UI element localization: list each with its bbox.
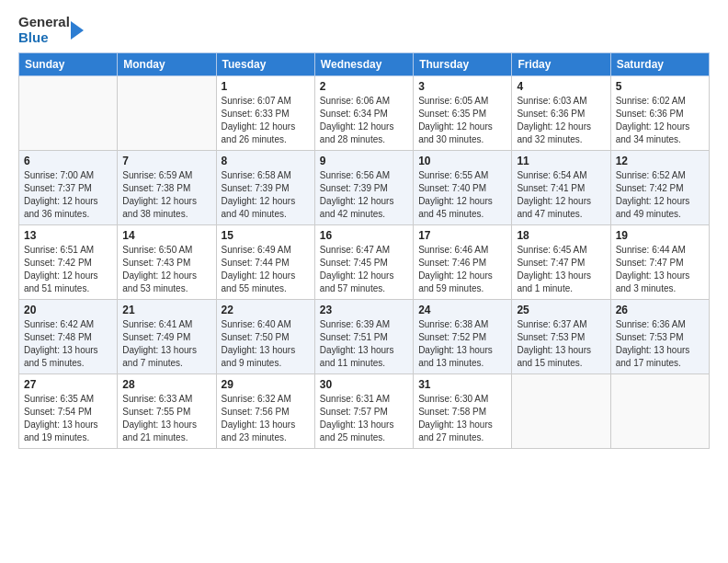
day-number: 29 xyxy=(222,378,310,391)
logo-arrow-icon xyxy=(71,17,89,43)
svg-marker-0 xyxy=(71,21,84,40)
day-info: Sunrise: 6:58 AM Sunset: 7:39 PM Dayligh… xyxy=(222,169,310,221)
calendar-cell xyxy=(118,76,216,151)
calendar-cell: 5Sunrise: 6:02 AM Sunset: 6:36 PM Daylig… xyxy=(610,76,709,151)
header-friday: Friday xyxy=(512,53,610,76)
calendar-cell: 2Sunrise: 6:06 AM Sunset: 6:34 PM Daylig… xyxy=(314,76,413,151)
day-info: Sunrise: 6:42 AM Sunset: 7:48 PM Dayligh… xyxy=(24,318,112,370)
day-info: Sunrise: 6:33 AM Sunset: 7:55 PM Dayligh… xyxy=(122,393,210,444)
day-info: Sunrise: 6:36 AM Sunset: 7:53 PM Dayligh… xyxy=(616,318,704,370)
day-info: Sunrise: 6:55 AM Sunset: 7:40 PM Dayligh… xyxy=(418,169,506,221)
calendar-cell: 15Sunrise: 6:49 AM Sunset: 7:44 PM Dayli… xyxy=(216,225,314,300)
day-info: Sunrise: 6:47 AM Sunset: 7:45 PM Dayligh… xyxy=(320,244,408,295)
day-number: 8 xyxy=(222,155,310,167)
day-number: 24 xyxy=(418,304,506,316)
day-info: Sunrise: 6:07 AM Sunset: 6:33 PM Dayligh… xyxy=(222,95,310,146)
day-info: Sunrise: 6:54 AM Sunset: 7:41 PM Dayligh… xyxy=(517,169,605,221)
day-number: 23 xyxy=(320,304,408,316)
day-number: 1 xyxy=(222,80,310,93)
day-info: Sunrise: 6:59 AM Sunset: 7:38 PM Dayligh… xyxy=(122,169,210,221)
day-info: Sunrise: 6:56 AM Sunset: 7:39 PM Dayligh… xyxy=(320,169,408,221)
day-number: 17 xyxy=(418,229,506,242)
calendar-cell: 1Sunrise: 6:07 AM Sunset: 6:33 PM Daylig… xyxy=(216,76,314,151)
day-info: Sunrise: 6:44 AM Sunset: 7:47 PM Dayligh… xyxy=(616,244,704,295)
day-number: 14 xyxy=(122,229,210,242)
day-number: 28 xyxy=(122,378,210,391)
calendar-cell: 23Sunrise: 6:39 AM Sunset: 7:51 PM Dayli… xyxy=(314,300,413,374)
calendar-header-row: SundayMondayTuesdayWednesdayThursdayFrid… xyxy=(19,53,710,76)
day-info: Sunrise: 6:37 AM Sunset: 7:53 PM Dayligh… xyxy=(517,318,605,370)
header-sunday: Sunday xyxy=(19,53,118,76)
calendar-week-2: 6Sunrise: 7:00 AM Sunset: 7:37 PM Daylig… xyxy=(19,151,710,225)
day-number: 12 xyxy=(616,155,704,167)
day-number: 11 xyxy=(517,155,605,167)
day-info: Sunrise: 6:32 AM Sunset: 7:56 PM Dayligh… xyxy=(222,393,310,444)
day-info: Sunrise: 6:45 AM Sunset: 7:47 PM Dayligh… xyxy=(517,244,605,295)
calendar-cell: 25Sunrise: 6:37 AM Sunset: 7:53 PM Dayli… xyxy=(512,300,610,374)
day-info: Sunrise: 6:49 AM Sunset: 7:44 PM Dayligh… xyxy=(222,244,310,295)
logo-general: General xyxy=(18,15,70,30)
day-info: Sunrise: 6:51 AM Sunset: 7:42 PM Dayligh… xyxy=(24,244,112,295)
day-number: 22 xyxy=(222,304,310,316)
day-number: 15 xyxy=(222,229,310,242)
calendar-cell: 31Sunrise: 6:30 AM Sunset: 7:58 PM Dayli… xyxy=(414,374,512,449)
day-number: 5 xyxy=(616,80,704,93)
page-header: General Blue xyxy=(18,15,710,45)
day-number: 4 xyxy=(517,80,605,93)
day-number: 26 xyxy=(616,304,704,316)
calendar-cell: 3Sunrise: 6:05 AM Sunset: 6:35 PM Daylig… xyxy=(414,76,512,151)
calendar-cell: 27Sunrise: 6:35 AM Sunset: 7:54 PM Dayli… xyxy=(19,374,118,449)
day-number: 31 xyxy=(418,378,506,391)
day-info: Sunrise: 6:31 AM Sunset: 7:57 PM Dayligh… xyxy=(320,393,408,444)
calendar-cell: 24Sunrise: 6:38 AM Sunset: 7:52 PM Dayli… xyxy=(414,300,512,374)
calendar-cell: 6Sunrise: 7:00 AM Sunset: 7:37 PM Daylig… xyxy=(19,151,118,225)
day-number: 20 xyxy=(24,304,112,316)
calendar-cell: 14Sunrise: 6:50 AM Sunset: 7:43 PM Dayli… xyxy=(118,225,216,300)
calendar-cell: 26Sunrise: 6:36 AM Sunset: 7:53 PM Dayli… xyxy=(610,300,709,374)
calendar-cell: 30Sunrise: 6:31 AM Sunset: 7:57 PM Dayli… xyxy=(314,374,413,449)
logo-blue: Blue xyxy=(18,30,70,46)
calendar-cell: 4Sunrise: 6:03 AM Sunset: 6:36 PM Daylig… xyxy=(512,76,610,151)
calendar-cell: 19Sunrise: 6:44 AM Sunset: 7:47 PM Dayli… xyxy=(610,225,709,300)
calendar-cell: 29Sunrise: 6:32 AM Sunset: 7:56 PM Dayli… xyxy=(216,374,314,449)
calendar-cell: 21Sunrise: 6:41 AM Sunset: 7:49 PM Dayli… xyxy=(118,300,216,374)
day-info: Sunrise: 7:00 AM Sunset: 7:37 PM Dayligh… xyxy=(24,169,112,221)
day-info: Sunrise: 6:52 AM Sunset: 7:42 PM Dayligh… xyxy=(616,169,704,221)
day-number: 13 xyxy=(24,229,112,242)
day-number: 19 xyxy=(616,229,704,242)
day-info: Sunrise: 6:03 AM Sunset: 6:36 PM Dayligh… xyxy=(517,95,605,146)
calendar-week-1: 1Sunrise: 6:07 AM Sunset: 6:33 PM Daylig… xyxy=(19,76,710,151)
day-number: 27 xyxy=(24,378,112,391)
calendar-cell: 12Sunrise: 6:52 AM Sunset: 7:42 PM Dayli… xyxy=(610,151,709,225)
calendar-cell: 22Sunrise: 6:40 AM Sunset: 7:50 PM Dayli… xyxy=(216,300,314,374)
calendar-week-5: 27Sunrise: 6:35 AM Sunset: 7:54 PM Dayli… xyxy=(19,374,710,449)
calendar-cell: 9Sunrise: 6:56 AM Sunset: 7:39 PM Daylig… xyxy=(314,151,413,225)
day-number: 10 xyxy=(418,155,506,167)
day-info: Sunrise: 6:40 AM Sunset: 7:50 PM Dayligh… xyxy=(222,318,310,370)
day-info: Sunrise: 6:39 AM Sunset: 7:51 PM Dayligh… xyxy=(320,318,408,370)
calendar-cell: 28Sunrise: 6:33 AM Sunset: 7:55 PM Dayli… xyxy=(118,374,216,449)
calendar-cell: 20Sunrise: 6:42 AM Sunset: 7:48 PM Dayli… xyxy=(19,300,118,374)
header-saturday: Saturday xyxy=(610,53,709,76)
day-number: 16 xyxy=(320,229,408,242)
day-info: Sunrise: 6:41 AM Sunset: 7:49 PM Dayligh… xyxy=(122,318,210,370)
header-wednesday: Wednesday xyxy=(314,53,413,76)
day-number: 7 xyxy=(122,155,210,167)
day-info: Sunrise: 6:30 AM Sunset: 7:58 PM Dayligh… xyxy=(418,393,506,444)
calendar-week-3: 13Sunrise: 6:51 AM Sunset: 7:42 PM Dayli… xyxy=(19,225,710,300)
day-number: 6 xyxy=(24,155,112,167)
logo-wordmark: General Blue xyxy=(18,15,89,45)
day-number: 30 xyxy=(320,378,408,391)
day-info: Sunrise: 6:50 AM Sunset: 7:43 PM Dayligh… xyxy=(122,244,210,295)
day-info: Sunrise: 6:35 AM Sunset: 7:54 PM Dayligh… xyxy=(24,393,112,444)
day-number: 18 xyxy=(517,229,605,242)
calendar-cell: 7Sunrise: 6:59 AM Sunset: 7:38 PM Daylig… xyxy=(118,151,216,225)
calendar-cell: 8Sunrise: 6:58 AM Sunset: 7:39 PM Daylig… xyxy=(216,151,314,225)
calendar-table: SundayMondayTuesdayWednesdayThursdayFrid… xyxy=(18,52,710,449)
day-number: 2 xyxy=(320,80,408,93)
header-thursday: Thursday xyxy=(414,53,512,76)
day-info: Sunrise: 6:05 AM Sunset: 6:35 PM Dayligh… xyxy=(418,95,506,146)
calendar-cell xyxy=(512,374,610,449)
calendar-cell: 17Sunrise: 6:46 AM Sunset: 7:46 PM Dayli… xyxy=(414,225,512,300)
header-monday: Monday xyxy=(118,53,216,76)
